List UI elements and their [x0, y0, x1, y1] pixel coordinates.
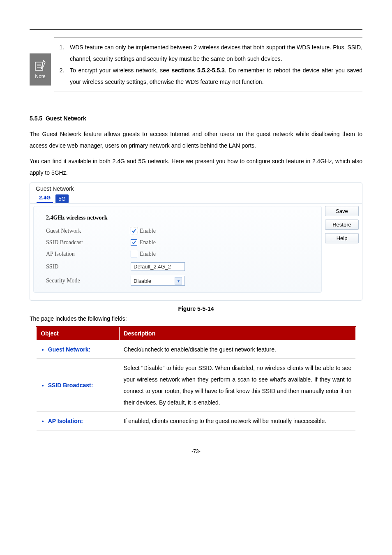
th-description: Description — [120, 326, 356, 340]
section-title: Guest Network — [46, 115, 86, 122]
label-guest-network: Guest Network — [46, 228, 131, 234]
tabs: 2.4G 5G — [30, 193, 362, 204]
row-ap-isolation: AP Isolation Enable — [46, 248, 317, 260]
label-ssid: SSID — [46, 264, 131, 270]
panel-body: 2.4GHz wireless network Guest Network En… — [30, 204, 362, 293]
row-ssid-broadcast: SSID Broadcast Enable — [46, 237, 317, 248]
section-heading: 5.5.5 Guest Network — [30, 115, 362, 122]
page-number: -73- — [30, 449, 362, 454]
note-item-1: WDS feature can only be implemented betw… — [66, 42, 362, 65]
desc-ap-isolation: If enabled, clients connecting to the gu… — [120, 412, 356, 430]
checklabel-ap-isolation: Enable — [140, 251, 156, 257]
help-button[interactable]: Help — [325, 233, 359, 243]
obj-ap-isolation: AP Isolation: — [37, 412, 120, 430]
obj-ap-isolation-label: AP Isolation: — [48, 415, 115, 427]
note-list: WDS feature can only be implemented betw… — [54, 42, 362, 88]
fields-intro: The page includes the following fields: — [30, 315, 362, 322]
th-object: Object — [37, 326, 120, 340]
tab-5g[interactable]: 5G — [55, 194, 68, 203]
fields-table: Object Description Guest Network: Check/… — [36, 326, 356, 430]
note-icon: Note — [30, 53, 51, 86]
side-buttons: Save Restore Help — [325, 206, 359, 293]
desc-guest-network: Check/uncheck to enable/disable the gues… — [120, 340, 356, 359]
desc-ssid-broadcast: Select "Disable" to hide your SSID. When… — [120, 359, 356, 412]
row-ssid: SSID — [46, 260, 317, 273]
note-item-2: To encrypt your wireless network, see se… — [66, 65, 362, 88]
panel-title: Guest Network — [30, 183, 362, 193]
top-rule — [30, 29, 362, 30]
note-block: Note WDS feature can only be implemented… — [30, 37, 362, 92]
input-ap-isolation: Enable — [131, 251, 156, 257]
label-security-mode: Security Mode — [46, 278, 131, 284]
label-ssid-broadcast: SSID Broadcast — [46, 239, 131, 246]
input-ssid-wrap — [131, 262, 185, 271]
note-item-1-text: WDS feature can only be implemented betw… — [70, 44, 362, 62]
checkbox-ap-isolation[interactable] — [131, 251, 137, 257]
security-mode-value: Disable — [134, 278, 151, 284]
form-area: 2.4GHz wireless network Guest Network En… — [33, 206, 322, 293]
ssid-input[interactable] — [131, 262, 185, 271]
label-ap-isolation: AP Isolation — [46, 251, 131, 257]
table-row: AP Isolation: If enabled, clients connec… — [37, 412, 356, 430]
checklabel-guest-network: Enable — [140, 228, 156, 234]
tab-24g[interactable]: 2.4G — [37, 193, 53, 203]
note-content: WDS feature can only be implemented betw… — [54, 37, 362, 92]
notepad-icon — [34, 60, 47, 72]
chevron-down-icon: ▾ — [175, 277, 182, 284]
row-guest-network: Guest Network Enable — [46, 225, 317, 237]
check-icon — [132, 229, 136, 233]
obj-ssid-broadcast: SSID Broadcast: — [37, 359, 120, 412]
save-button[interactable]: Save — [325, 206, 359, 216]
obj-guest-network: Guest Network: — [37, 340, 120, 359]
input-security-mode: Disable ▾ — [131, 276, 185, 286]
obj-ssid-broadcast-label: SSID Broadcast: — [48, 379, 115, 391]
checklabel-ssid-broadcast: Enable — [140, 239, 156, 246]
note-icon-label: Note — [35, 74, 45, 79]
row-security-mode: Security Mode Disable ▾ — [46, 273, 317, 288]
note-item-2-a: To encrypt your wireless network, see — [70, 67, 172, 74]
restore-button[interactable]: Restore — [325, 220, 359, 230]
checkbox-ssid-broadcast[interactable] — [131, 239, 137, 246]
input-ssid-broadcast: Enable — [131, 239, 156, 246]
screenshot-panel: Guest Network 2.4G 5G 2.4GHz wireless ne… — [30, 183, 362, 301]
check-icon — [132, 240, 136, 245]
checkbox-guest-network[interactable] — [131, 228, 137, 234]
security-mode-select[interactable]: Disable ▾ — [131, 276, 185, 286]
note-icon-wrap: Note — [30, 53, 54, 86]
table-row: Guest Network: Check/uncheck to enable/d… — [37, 340, 356, 359]
figure-caption: Figure 5-5-14 — [30, 305, 362, 312]
obj-guest-network-label: Guest Network: — [48, 344, 115, 355]
form-heading: 2.4GHz wireless network — [46, 215, 317, 221]
section-number: 5.5.5 — [30, 115, 42, 122]
paragraph-2: You can find it available in both 2.4G a… — [30, 155, 362, 178]
table-row: SSID Broadcast: Select "Disable" to hide… — [37, 359, 356, 412]
note-item-2-bold: sections 5.5.2-5.5.3 — [172, 67, 225, 74]
input-guest-network: Enable — [131, 228, 156, 234]
paragraph-1: The Guest Network feature allows guests … — [30, 128, 362, 151]
